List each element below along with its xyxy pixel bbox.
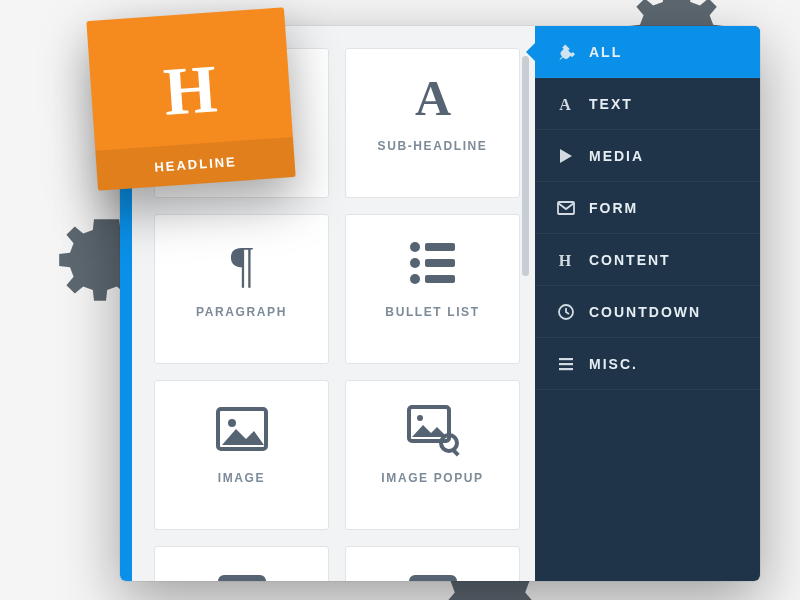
clock-icon	[557, 303, 575, 321]
element-card-video[interactable]: VIDEO	[154, 546, 329, 581]
scrollbar[interactable]	[522, 56, 529, 276]
video-icon	[403, 565, 463, 581]
element-card-video[interactable]: VIDEO	[345, 546, 520, 581]
element-card-label: IMAGE POPUP	[373, 471, 491, 485]
category-form[interactable]: FORM	[535, 182, 760, 234]
bulletlist-icon	[403, 233, 463, 293]
category-countdown[interactable]: COUNTDOWN	[535, 286, 760, 338]
menu-icon	[557, 355, 575, 373]
category-label: FORM	[589, 200, 738, 216]
envelope-icon	[557, 199, 575, 217]
plug-icon	[557, 43, 575, 61]
element-card-paragraph[interactable]: PARAGRAPH	[154, 214, 329, 364]
element-card-label: SUB-HEADLINE	[370, 139, 496, 153]
element-card-label: IMAGE	[210, 471, 273, 485]
dragged-element-headline[interactable]: H HEADLINE	[86, 7, 295, 190]
video-icon	[212, 565, 272, 581]
element-card-imagepopup[interactable]: IMAGE POPUP	[345, 380, 520, 530]
element-card-bulletlist[interactable]: BULLET LIST	[345, 214, 520, 364]
category-misc[interactable]: MISC.	[535, 338, 760, 390]
play-icon	[557, 147, 575, 165]
image-icon	[212, 399, 272, 459]
imagepopup-icon	[403, 399, 463, 459]
category-label: TEXT	[589, 96, 738, 112]
category-label: CONTENT	[589, 252, 738, 268]
element-card-label: PARAGRAPH	[188, 305, 295, 319]
element-card-label: BULLET LIST	[377, 305, 487, 319]
dragged-element-label: HEADLINE	[154, 153, 237, 174]
content-icon	[557, 251, 575, 269]
category-content[interactable]: CONTENT	[535, 234, 760, 286]
element-card-subheadline[interactable]: SUB-HEADLINE	[345, 48, 520, 198]
category-all[interactable]: ALL	[535, 26, 760, 78]
element-card-image[interactable]: IMAGE	[154, 380, 329, 530]
subheadline-icon	[403, 67, 463, 127]
category-label: ALL	[589, 44, 738, 60]
category-text[interactable]: TEXT	[535, 78, 760, 130]
paragraph-icon	[212, 233, 272, 293]
text-icon	[557, 95, 575, 113]
category-media[interactable]: MEDIA	[535, 130, 760, 182]
category-sidebar: ALLTEXTMEDIAFORMCONTENTCOUNTDOWNMISC.	[535, 26, 760, 581]
category-label: COUNTDOWN	[589, 304, 738, 320]
category-label: MEDIA	[589, 148, 738, 164]
category-label: MISC.	[589, 356, 738, 372]
headline-icon: H	[162, 54, 220, 126]
